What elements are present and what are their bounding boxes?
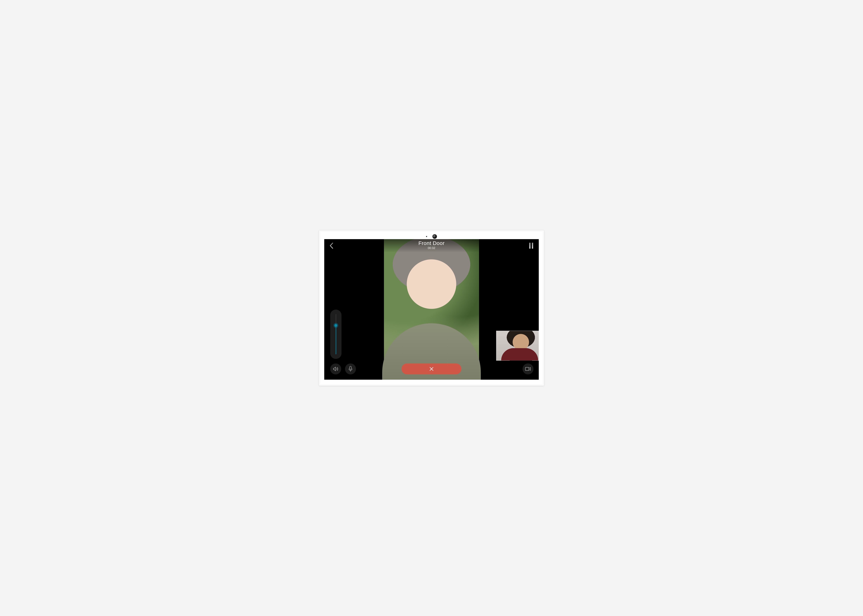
microphone-icon: [348, 366, 353, 372]
svg-rect-2: [350, 366, 351, 369]
tablet-frame: Front Door 00:32: [319, 230, 544, 386]
close-icon: [429, 366, 434, 371]
speaker-icon: [333, 366, 338, 372]
end-call-button[interactable]: [402, 363, 461, 374]
volume-knob[interactable]: [335, 324, 337, 327]
call-timer: 00:32: [418, 247, 445, 250]
remote-video-feed: [384, 239, 479, 380]
speaker-button[interactable]: [330, 363, 341, 374]
microphone-button[interactable]: [345, 363, 356, 374]
call-source-label: Front Door: [418, 240, 445, 247]
call-header: Front Door 00:32: [324, 239, 539, 253]
volume-slider[interactable]: [330, 310, 341, 359]
video-camera-icon: [525, 367, 531, 371]
self-video-thumbnail[interactable]: [496, 331, 539, 361]
device-camera: [426, 234, 437, 239]
app-screen: Front Door 00:32: [324, 239, 539, 380]
svg-rect-3: [525, 367, 529, 371]
camera-toggle-button[interactable]: [523, 363, 533, 374]
